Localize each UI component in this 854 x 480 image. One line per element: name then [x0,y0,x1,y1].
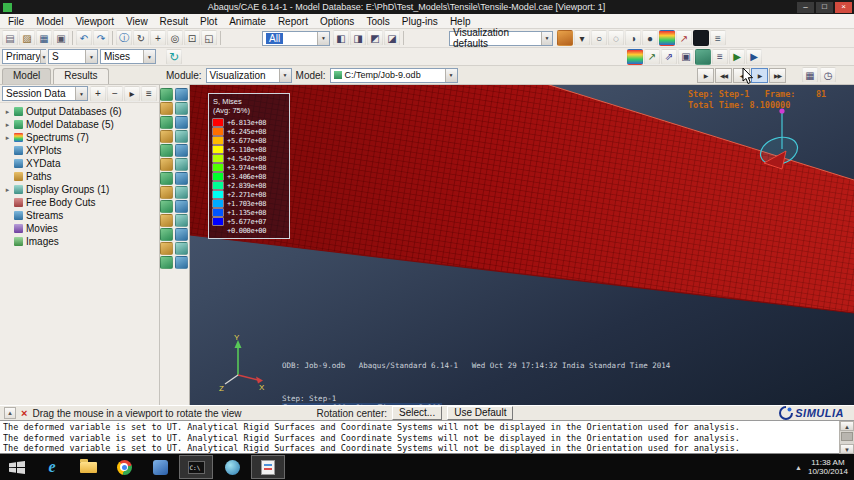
plot-contours-on-deformed-icon[interactable] [160,102,173,115]
multiple-plot-states-icon[interactable]: ▣ [678,49,694,65]
animate-scale-factor-icon[interactable] [175,158,188,171]
magnify-view-icon[interactable]: ◎ [167,30,183,46]
tree-expand-icon[interactable]: ▸ [124,86,140,102]
abaqus-command-icon[interactable] [215,455,249,479]
expand-arrow-icon[interactable]: ▸ [4,108,11,116]
common-plot-options-icon[interactable] [160,130,173,143]
result-options-icon[interactable]: ≡ [712,49,728,65]
plot-symbols-icon[interactable] [160,116,173,129]
menu-plot[interactable]: Plot [194,16,223,27]
tree-item-free-body-cuts[interactable]: Free Body Cuts [0,196,159,209]
view-cut-manager-icon[interactable] [160,200,173,213]
message-scrollbar[interactable]: ▲ ▼ [839,421,854,454]
tab-model[interactable]: Model [2,68,51,84]
menu-model[interactable]: Model [30,16,69,27]
render-wireframe-icon[interactable]: ○ [591,30,607,46]
animate-harmonic-icon[interactable] [175,172,188,185]
tree-edit-icon[interactable]: − [107,86,123,102]
auto-fit-view-icon[interactable]: ◱ [201,30,217,46]
plot-contours-icon[interactable] [659,30,675,46]
free-body-cut-manager-icon[interactable] [175,256,188,269]
save-display-icon[interactable]: ▦ [36,30,52,46]
plot-undeformed-shape-icon[interactable] [160,88,173,101]
plot-contours-on-undeformed-icon[interactable] [175,102,188,115]
symbol-options-icon[interactable] [175,144,188,157]
abaqus-cae-icon[interactable] [143,455,177,479]
expand-arrow-icon[interactable]: ▸ [4,121,11,129]
print-icon[interactable]: ▣ [53,30,69,46]
view-options-icon[interactable]: ≡ [710,30,726,46]
expand-arrow-icon[interactable]: ▸ [4,134,11,142]
use-default-button[interactable]: Use Default [447,406,513,420]
primary-variable-combo[interactable]: Primary ▼ [2,49,46,64]
expand-arrow-icon[interactable]: ▸ [4,186,11,194]
file-manager-icon[interactable] [251,455,285,479]
first-frame-button[interactable]: ◀◀ [715,68,732,83]
animation-options-icon[interactable]: ▦ [802,67,818,83]
tray-chevron-icon[interactable]: ▲ [795,464,802,471]
command-prompt-icon[interactable]: C:\ [179,455,213,479]
create-display-group-icon[interactable] [160,214,173,227]
menu-plugins[interactable]: Plug-ins [396,16,444,27]
contour-options-icon[interactable] [160,144,173,157]
animate-history-icon[interactable]: ▶ [746,49,762,65]
animate-time-history-icon[interactable] [160,172,173,185]
3d-compass[interactable] [750,107,812,187]
orientation-options-icon[interactable] [160,158,173,171]
color-code-defaults-combo[interactable]: Visualization defaults ▼ [449,31,553,46]
tree-item-display-groups[interactable]: ▸Display Groups (1) [0,183,159,196]
query-information-icon[interactable] [175,186,188,199]
superimpose-options-icon[interactable] [175,130,188,143]
menu-report[interactable]: Report [272,16,314,27]
start-button[interactable] [0,454,34,480]
create-path-icon[interactable] [160,242,173,255]
scrollbar-thumb[interactable] [841,432,853,441]
display-group-combo[interactable]: All ▼ [262,31,330,46]
new-model-database-icon[interactable]: ▤ [2,30,18,46]
tree-create-icon[interactable]: + [90,86,106,102]
tree-item-streams[interactable]: Streams [0,209,159,222]
plot-symbols-icon[interactable]: ↗ [676,30,692,46]
viewport[interactable]: S, Mises (Avg: 75%) +6.813e+08+6.245e+08… [190,85,854,405]
menu-animate[interactable]: Animate [223,16,272,27]
tab-results[interactable]: Results [53,68,108,84]
cancel-prompt-icon[interactable]: × [21,407,27,419]
menu-view[interactable]: View [120,16,154,27]
menu-help[interactable]: Help [444,16,477,27]
prompt-history-icon[interactable]: ▴ [4,407,16,419]
box-zoom-view-icon[interactable]: ⊡ [184,30,200,46]
menu-options[interactable]: Options [314,16,360,27]
menu-result[interactable]: Result [154,16,194,27]
close-button[interactable]: × [835,2,852,13]
menu-file[interactable]: File [2,16,30,27]
plot-deformed-shape-icon[interactable] [175,88,188,101]
plot-material-orientations-icon[interactable] [175,116,188,129]
contour-type-icon[interactable] [627,49,643,65]
tree-options-icon[interactable]: ≡ [141,86,157,102]
play-button[interactable]: ▶ [697,68,714,83]
display-group-manager-icon[interactable] [175,214,188,227]
animate-scale-icon[interactable]: ▶ [729,49,745,65]
frame-selector-icon[interactable]: ◷ [820,67,836,83]
session-data-combo[interactable]: Session Data ▼ [2,86,88,101]
tree-item-output-databases[interactable]: ▸Output Databases (6) [0,105,159,118]
chrome-icon[interactable] [107,455,141,479]
tree-item-movies[interactable]: Movies [0,222,159,235]
black-display-icon[interactable] [693,30,709,46]
field-output-dialog-icon[interactable] [695,49,711,65]
undo-icon[interactable]: ↶ [76,30,92,46]
tree-item-xyplots[interactable]: XYPlots [0,144,159,157]
tree-item-images[interactable]: Images [0,235,159,248]
redo-icon[interactable]: ↷ [93,30,109,46]
scroll-up-icon[interactable]: ▲ [840,421,854,431]
menu-tools[interactable]: Tools [360,16,395,27]
xy-data-manager-icon[interactable] [175,228,188,241]
minimize-button[interactable]: – [797,2,814,13]
render-hidden-icon[interactable]: ◌ [608,30,624,46]
tree-item-xydata[interactable]: XYData [0,157,159,170]
internet-explorer-icon[interactable]: e [35,455,69,479]
rotate-view-icon[interactable]: ↻ [133,30,149,46]
replace-displayed-icon[interactable]: ◧ [333,30,349,46]
last-frame-button[interactable]: ▶▶ [769,68,786,83]
activate-view-cut-icon[interactable] [175,200,188,213]
